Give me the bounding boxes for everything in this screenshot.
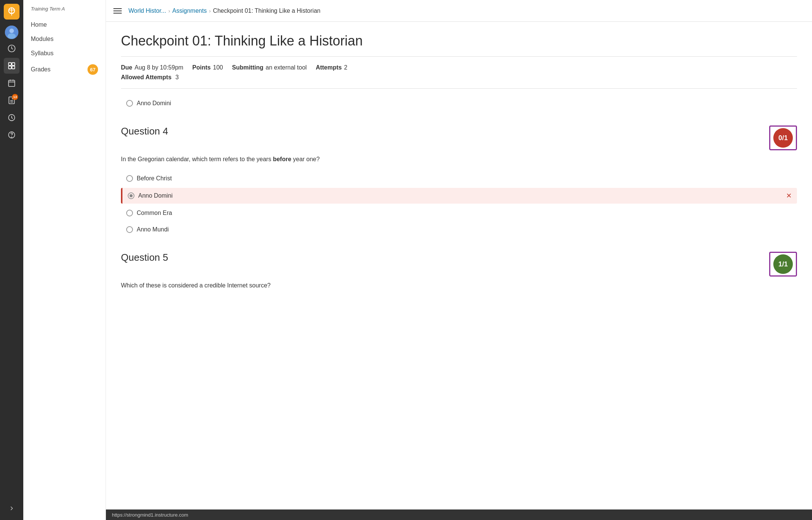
- option-q4-anno-mundi[interactable]: Anno Mundi: [121, 222, 797, 237]
- points-label: Points: [192, 64, 211, 71]
- breadcrumb-assignments[interactable]: Assignments: [172, 8, 207, 14]
- radio-q4-before-christ[interactable]: [126, 175, 133, 182]
- submitting-label: Submitting: [232, 64, 264, 71]
- option-q4-anno-domini[interactable]: Anno Domini ✕: [121, 188, 797, 204]
- option-q4-before-christ[interactable]: Before Christ: [121, 171, 797, 186]
- question-5-score-circle: 1/1: [773, 254, 793, 274]
- question-5-title: Question 5: [121, 252, 168, 263]
- allowed-attempts-label: Allowed Attempts: [121, 74, 172, 80]
- sidebar-item-syllabus[interactable]: Syllabus: [23, 46, 106, 60]
- option-text-q4-common-era: Common Era: [137, 210, 172, 216]
- option-text-q4-anno-mundi: Anno Mundi: [137, 226, 169, 233]
- svg-rect-9: [12, 63, 15, 65]
- meta-submitting: Submitting an external tool: [232, 64, 307, 71]
- sidebar-item-modules[interactable]: Modules: [23, 32, 106, 46]
- meta-attempts: Attempts 2: [316, 64, 347, 71]
- nav-icon-history[interactable]: [4, 110, 20, 125]
- points-value: 100: [213, 64, 223, 71]
- grades-sidebar-badge: 67: [88, 64, 98, 75]
- sidebar: Training Term A Home Modules Syllabus Gr…: [23, 0, 106, 520]
- breadcrumb-sep-2: ›: [209, 8, 211, 14]
- grades-badge: 13: [12, 94, 18, 100]
- svg-rect-12: [9, 80, 15, 87]
- question-4-text: In the Gregorian calendar, which term re…: [121, 155, 797, 164]
- question-4-header: Question 4 0/1: [121, 125, 797, 150]
- question-4-score-badge: 0/1: [769, 125, 797, 150]
- svg-rect-11: [12, 66, 15, 69]
- breadcrumb-current: Checkpoint 01: Thinking Like a Historian: [213, 8, 320, 14]
- sidebar-term: Training Term A: [23, 6, 106, 18]
- question-4-title: Question 4: [121, 125, 168, 137]
- attempts-label: Attempts: [316, 64, 342, 71]
- user-avatar[interactable]: [5, 26, 18, 39]
- meta-points: Points 100: [192, 64, 223, 71]
- sidebar-item-grades[interactable]: Grades 67: [23, 60, 106, 79]
- nav-icon-help[interactable]: [4, 127, 20, 143]
- option-text-fragment-anno-domini: Anno Domini: [137, 100, 171, 107]
- page-title: Checkpoint 01: Thinking Like a Historian: [121, 33, 797, 49]
- content-area: Checkpoint 01: Thinking Like a Historian…: [106, 22, 812, 509]
- breadcrumb: World Histor... › Assignments › Checkpoi…: [128, 8, 320, 14]
- nav-bar: 13: [0, 0, 23, 520]
- breadcrumb-course[interactable]: World Histor...: [128, 8, 166, 14]
- wrong-indicator-q4: ✕: [786, 192, 792, 200]
- option-q4-common-era[interactable]: Common Era: [121, 206, 797, 220]
- question-fragment: Anno Domini: [121, 96, 797, 110]
- submitting-value: an external tool: [266, 64, 306, 71]
- question-5-text: Which of these is considered a credible …: [121, 281, 797, 290]
- svg-point-6: [8, 33, 16, 39]
- question-5-block: Question 5 1/1 Which of these is conside…: [121, 252, 797, 290]
- nav-icon-calendar[interactable]: [4, 75, 20, 91]
- option-text-q4-anno-domini: Anno Domini: [138, 192, 173, 199]
- meta-row-2: Allowed Attempts 3: [121, 74, 797, 81]
- topbar: World Histor... › Assignments › Checkpoi…: [106, 0, 812, 22]
- option-text-q4-before-christ: Before Christ: [137, 175, 172, 182]
- svg-rect-8: [9, 63, 11, 65]
- nav-expand-arrow[interactable]: [4, 500, 20, 516]
- status-bar: https://strongmind1.instructure.com: [106, 509, 812, 520]
- question-4-block: Question 4 0/1 In the Gregorian calendar…: [121, 125, 797, 237]
- attempts-value: 2: [344, 64, 347, 71]
- radio-fragment-anno-domini[interactable]: [126, 100, 133, 107]
- radio-q4-anno-domini[interactable]: [128, 192, 134, 199]
- status-url: https://strongmind1.instructure.com: [112, 512, 188, 518]
- question-5-header: Question 5 1/1: [121, 252, 797, 277]
- sidebar-item-home[interactable]: Home: [23, 18, 106, 32]
- menu-toggle[interactable]: [113, 8, 122, 14]
- radio-q4-anno-mundi[interactable]: [126, 226, 133, 233]
- meta-row-1: Due Aug 8 by 10:59pm Points 100 Submitti…: [121, 64, 797, 71]
- svg-rect-10: [9, 66, 11, 69]
- title-divider: [121, 56, 797, 57]
- canvas-logo[interactable]: [4, 4, 20, 20]
- allowed-attempts-value: 3: [175, 74, 179, 80]
- svg-point-5: [9, 29, 14, 33]
- option-anno-domini-fragment[interactable]: Anno Domini: [121, 96, 797, 110]
- radio-q4-common-era[interactable]: [126, 210, 133, 216]
- nav-icon-courses[interactable]: [4, 58, 20, 74]
- nav-icon-dashboard[interactable]: [4, 41, 20, 56]
- main-area: World Histor... › Assignments › Checkpoi…: [106, 0, 812, 520]
- question-4-score-circle: 0/1: [773, 128, 793, 148]
- due-value: Aug 8 by 10:59pm: [134, 64, 183, 71]
- question-5-score-badge: 1/1: [769, 252, 797, 277]
- meta-divider: [121, 88, 797, 89]
- breadcrumb-sep-1: ›: [168, 8, 170, 14]
- due-label: Due: [121, 64, 132, 71]
- meta-due: Due Aug 8 by 10:59pm: [121, 64, 183, 71]
- nav-icon-grades[interactable]: 13: [4, 92, 20, 108]
- svg-point-20: [12, 137, 12, 137]
